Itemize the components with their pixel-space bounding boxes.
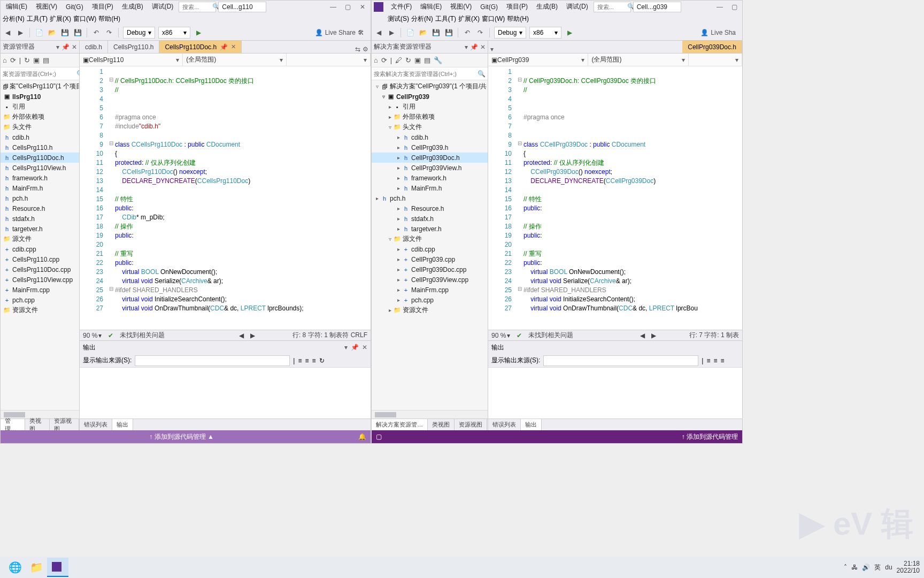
menu-edit[interactable]: 编辑(E) xyxy=(3,1,30,12)
code-editor[interactable]: 1234567891011121314151617181920212223242… xyxy=(80,66,371,330)
menu-window[interactable]: 窗口(W) xyxy=(73,14,96,24)
scroll-right-icon[interactable]: ▶ xyxy=(250,332,255,339)
panel-search-input[interactable] xyxy=(3,71,76,77)
close-icon[interactable]: ✕ xyxy=(231,43,236,50)
menu-edit[interactable]: 编辑(E) xyxy=(417,1,445,12)
undo-icon[interactable]: ↶ xyxy=(91,28,101,37)
nav-scope[interactable]: (全局范围)▾ xyxy=(588,54,688,66)
explorer-icon[interactable]: 📁 xyxy=(26,558,47,577)
dropdown-icon[interactable]: ▾ xyxy=(490,45,494,53)
menu-file[interactable]: 文件(F) xyxy=(388,1,415,12)
scroll-left-icon[interactable]: ◀ xyxy=(239,332,244,339)
new-icon[interactable]: 📄 xyxy=(405,28,415,37)
project-node[interactable]: ▿▣CellPrg039 xyxy=(372,92,488,102)
nav-member[interactable]: ▾ xyxy=(287,54,371,66)
menu-analyze[interactable]: 分析(N) xyxy=(3,14,25,24)
file-item[interactable]: +pch.cpp xyxy=(1,295,79,305)
tab-errorlist[interactable]: 错误列表 xyxy=(488,419,521,430)
saveall-icon[interactable]: 💾 xyxy=(73,28,82,37)
edge-icon[interactable]: 🌐 xyxy=(4,558,26,577)
tab-file-active[interactable]: CellsPrg110Doc.h 📌✕ xyxy=(159,41,242,53)
file-item[interactable]: ▸hCellPrg039Doc.h xyxy=(372,153,488,163)
tab-file-active[interactable]: CellPrg039Doc.h xyxy=(682,41,742,53)
solution-node[interactable]: ▿🗐解决方案"CellPrg039"(1 个项目/共 xyxy=(372,81,488,92)
sync-icon[interactable]: ↻ xyxy=(24,56,30,64)
network-icon[interactable]: 🖧 xyxy=(851,564,858,571)
file-item[interactable]: ▸hCellPrg039.h xyxy=(372,142,488,153)
menu-view[interactable]: 视图(V) xyxy=(447,1,475,12)
headers-node[interactable]: 📁头文件 xyxy=(1,122,79,132)
tab-explorer[interactable]: 管理… xyxy=(1,419,25,430)
headers-node[interactable]: ▿📁头文件 xyxy=(372,122,488,132)
file-item[interactable]: ▸hcdib.h xyxy=(372,132,488,142)
search-input[interactable] xyxy=(182,4,209,10)
file-item[interactable]: ▸+CellPrg039Doc.cpp xyxy=(372,264,488,275)
refs-node[interactable]: ▪引用 xyxy=(1,102,79,112)
bell-icon[interactable]: 🔔 xyxy=(358,433,366,440)
file-item[interactable]: ▸hframework.h xyxy=(372,173,488,183)
file-item[interactable]: hstdafx.h xyxy=(1,214,79,224)
liveshare-button[interactable]: 👤 Live Share 🛠 xyxy=(315,29,368,36)
file-item[interactable]: hCellsPrg110Doc.h xyxy=(1,153,79,163)
open-icon[interactable]: 📂 xyxy=(418,28,428,37)
refresh-icon[interactable]: ⟳ xyxy=(10,56,16,64)
menu-git[interactable]: Git(G) xyxy=(477,2,501,12)
liveshare-button[interactable]: 👤 Live Sha xyxy=(700,29,740,36)
resources-node[interactable]: 📁资源文件 xyxy=(1,305,79,315)
home-icon[interactable]: ⌂ xyxy=(3,56,7,64)
tab-classview[interactable]: 类视图 xyxy=(25,419,50,430)
nav-member[interactable]: ▾ xyxy=(689,54,742,66)
file-item[interactable]: ▸hstdafx.h xyxy=(372,214,488,224)
save-icon[interactable]: 💾 xyxy=(431,28,441,37)
solution-node[interactable]: 🗐案"CellsPrg110"(1 个项目/ xyxy=(1,81,79,92)
file-item[interactable]: hMainFrm.h xyxy=(1,183,79,193)
tab-explorer[interactable]: 解决方案资源管… xyxy=(372,419,428,430)
file-item[interactable]: hResource.h xyxy=(1,203,79,214)
baidu-icon[interactable]: du xyxy=(885,564,892,571)
undo-icon[interactable]: ↶ xyxy=(463,28,472,37)
file-item[interactable]: +CellsPrg110.cpp xyxy=(1,254,79,264)
file-item[interactable]: hframework.h xyxy=(1,173,79,183)
menu-extensions[interactable]: 扩展(X) xyxy=(458,14,480,24)
file-item[interactable]: ▸+CellPrg039View.cpp xyxy=(372,275,488,285)
back-icon[interactable]: ◀ xyxy=(3,28,12,37)
minimize-icon[interactable]: — xyxy=(713,2,722,12)
tab-file[interactable]: cdib.h xyxy=(80,41,108,53)
refresh-icon[interactable]: ⟳ xyxy=(381,56,387,64)
nav-project[interactable]: ▣ CellPrg039▾ xyxy=(488,54,588,66)
ext-node[interactable]: ▸📁外部依赖项 xyxy=(372,112,488,122)
code-editor[interactable]: 1234567891011121314151617181920212223242… xyxy=(488,66,742,330)
platform-combo[interactable]: x86▾ xyxy=(158,27,190,39)
panel-search[interactable]: 🔍 xyxy=(1,67,79,80)
file-item[interactable]: ▸hResource.h xyxy=(372,203,488,214)
gear-icon[interactable]: ⚙ xyxy=(363,45,368,53)
pin-icon[interactable]: 📌 xyxy=(470,43,478,51)
fwd-icon[interactable]: ▶ xyxy=(16,28,25,37)
source-control[interactable]: ↑ 添加到源代码管理 ▲ xyxy=(149,432,214,442)
maximize-icon[interactable]: ▢ xyxy=(342,2,350,12)
tab-resourceview[interactable]: 资源视图 xyxy=(455,419,487,430)
menu-build[interactable]: 生成(B) xyxy=(119,1,147,12)
menu-help[interactable]: 帮助(H) xyxy=(507,14,529,24)
pin-icon[interactable]: 📌 xyxy=(61,43,70,51)
menu-view[interactable]: 视图(V) xyxy=(33,1,60,12)
close-icon[interactable]: ✕ xyxy=(362,344,367,351)
minimize-icon[interactable]: — xyxy=(327,2,335,12)
sources-node[interactable]: 📁源文件 xyxy=(1,234,79,244)
redo-icon[interactable]: ↷ xyxy=(104,28,114,37)
search-input[interactable] xyxy=(597,4,624,10)
menu-analyze[interactable]: 分析(N) xyxy=(411,14,433,24)
scroll-right-icon[interactable]: ▶ xyxy=(651,332,656,339)
sound-icon[interactable]: 🔊 xyxy=(862,564,870,571)
output-body[interactable] xyxy=(80,368,371,419)
dropdown-icon[interactable]: ▾ xyxy=(465,43,468,51)
menu-debug[interactable]: 调试(D) xyxy=(563,1,591,12)
open-icon[interactable]: 📂 xyxy=(47,28,57,37)
config-combo[interactable]: Debug▾ xyxy=(494,27,526,39)
file-item[interactable]: ▸+CellPrg039.cpp xyxy=(372,254,488,264)
output-body[interactable] xyxy=(488,368,742,419)
file-item[interactable]: hpch.h xyxy=(1,193,79,203)
close-icon[interactable]: ✕ xyxy=(480,43,486,51)
ext-node[interactable]: 📁外部依赖项 xyxy=(1,112,79,122)
search-box[interactable]: 🔍 xyxy=(179,2,216,12)
